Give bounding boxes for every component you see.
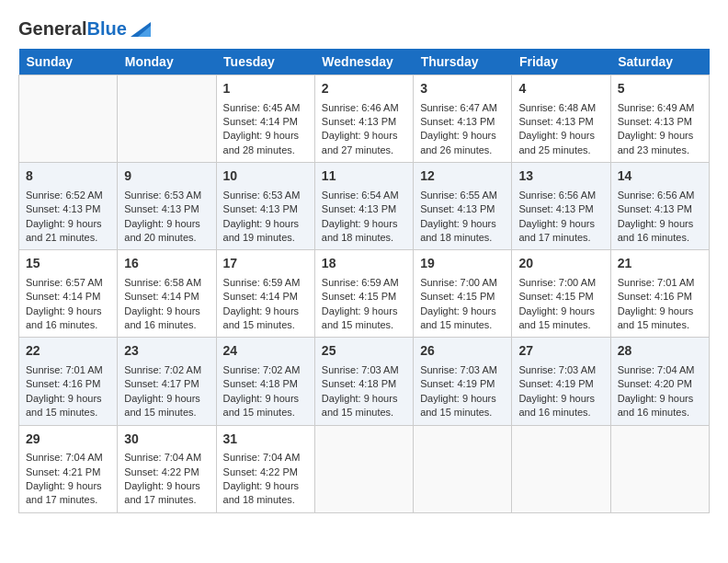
day-number: 29 — [26, 431, 110, 449]
day-number: 19 — [420, 255, 505, 273]
sunrise-text: Sunrise: 7:02 AM — [223, 364, 301, 375]
day-number: 13 — [518, 167, 603, 186]
calendar-cell: 28Sunrise: 7:04 AMSunset: 4:20 PMDayligh… — [610, 338, 709, 425]
calendar-cell: 18Sunrise: 6:59 AMSunset: 4:15 PMDayligh… — [314, 250, 413, 338]
calendar-week-4: 22Sunrise: 7:01 AMSunset: 4:16 PMDayligh… — [19, 338, 710, 425]
calendar-cell: 9Sunrise: 6:53 AMSunset: 4:13 PMDaylight… — [118, 163, 216, 250]
daylight-text: Daylight: 9 hours and 18 minutes. — [322, 218, 398, 243]
daylight-text: Daylight: 9 hours and 15 minutes. — [223, 393, 300, 418]
sunrise-text: Sunrise: 6:49 AM — [618, 102, 695, 113]
calendar-cell: 8Sunrise: 6:52 AMSunset: 4:13 PMDaylight… — [19, 163, 118, 250]
daylight-text: Daylight: 9 hours and 27 minutes. — [322, 130, 398, 155]
daylight-text: Daylight: 9 hours and 28 minutes. — [223, 130, 300, 155]
daylight-text: Daylight: 9 hours and 17 minutes. — [26, 480, 102, 505]
daylight-text: Daylight: 9 hours and 15 minutes. — [322, 393, 398, 418]
day-number: 8 — [26, 167, 110, 186]
sunrise-text: Sunrise: 7:04 AM — [124, 452, 201, 463]
calendar-cell: 17Sunrise: 6:59 AMSunset: 4:14 PMDayligh… — [216, 250, 314, 338]
calendar-cell: 14Sunrise: 6:56 AMSunset: 4:13 PMDayligh… — [610, 163, 709, 250]
sunrise-text: Sunrise: 6:52 AM — [26, 190, 103, 201]
sunrise-text: Sunrise: 6:57 AM — [26, 277, 103, 288]
sunrise-text: Sunrise: 6:48 AM — [518, 102, 596, 113]
calendar-cell: 31Sunrise: 7:04 AMSunset: 4:22 PMDayligh… — [216, 425, 314, 512]
calendar-cell: 30Sunrise: 7:04 AMSunset: 4:22 PMDayligh… — [118, 425, 216, 512]
sunset-text: Sunset: 4:16 PM — [618, 291, 692, 302]
calendar-week-2: 8Sunrise: 6:52 AMSunset: 4:13 PMDaylight… — [19, 163, 710, 250]
calendar-cell: 26Sunrise: 7:03 AMSunset: 4:19 PMDayligh… — [414, 338, 512, 425]
sunrise-text: Sunrise: 6:59 AM — [322, 277, 399, 288]
calendar-cell: 3Sunrise: 6:47 AMSunset: 4:13 PMDaylight… — [414, 75, 512, 163]
calendar-week-5: 29Sunrise: 7:04 AMSunset: 4:21 PMDayligh… — [19, 425, 710, 512]
sunset-text: Sunset: 4:14 PM — [26, 291, 100, 302]
calendar-cell: 24Sunrise: 7:02 AMSunset: 4:18 PMDayligh… — [216, 338, 314, 425]
logo: GeneralBlue — [18, 18, 151, 40]
calendar-week-3: 15Sunrise: 6:57 AMSunset: 4:14 PMDayligh… — [19, 250, 710, 338]
sunrise-text: Sunrise: 6:53 AM — [223, 190, 301, 201]
sunrise-text: Sunrise: 7:02 AM — [124, 364, 201, 375]
sunrise-text: Sunrise: 6:47 AM — [420, 102, 497, 113]
logo-bird-icon — [131, 22, 151, 37]
calendar-cell: 20Sunrise: 7:00 AMSunset: 4:15 PMDayligh… — [512, 250, 610, 338]
daylight-text: Daylight: 9 hours and 16 minutes. — [518, 393, 595, 418]
day-number: 30 — [124, 431, 209, 449]
day-number: 2 — [322, 80, 406, 98]
sunrise-text: Sunrise: 6:54 AM — [322, 190, 399, 201]
sunset-text: Sunset: 4:18 PM — [223, 378, 298, 389]
sunset-text: Sunset: 4:15 PM — [420, 291, 495, 302]
daylight-text: Daylight: 9 hours and 25 minutes. — [518, 130, 595, 155]
sunrise-text: Sunrise: 6:58 AM — [124, 277, 201, 288]
calendar-cell: 5Sunrise: 6:49 AMSunset: 4:13 PMDaylight… — [610, 75, 709, 163]
daylight-text: Daylight: 9 hours and 15 minutes. — [322, 305, 398, 330]
calendar-cell: 12Sunrise: 6:55 AMSunset: 4:13 PMDayligh… — [414, 163, 512, 250]
sunrise-text: Sunrise: 7:04 AM — [223, 452, 301, 463]
calendar-cell: 27Sunrise: 7:03 AMSunset: 4:19 PMDayligh… — [512, 338, 610, 425]
sunrise-text: Sunrise: 6:45 AM — [223, 102, 301, 113]
sunset-text: Sunset: 4:15 PM — [322, 291, 396, 302]
day-number: 12 — [420, 167, 505, 186]
sunrise-text: Sunrise: 7:01 AM — [26, 364, 103, 375]
sunset-text: Sunset: 4:22 PM — [223, 466, 298, 477]
sunrise-text: Sunrise: 7:04 AM — [26, 452, 103, 463]
day-number: 14 — [618, 167, 702, 186]
calendar-cell: 15Sunrise: 6:57 AMSunset: 4:14 PMDayligh… — [19, 250, 118, 338]
daylight-text: Daylight: 9 hours and 15 minutes. — [26, 393, 102, 418]
weekday-header-wednesday: Wednesday — [314, 49, 413, 75]
day-number: 18 — [322, 255, 406, 273]
day-number: 21 — [618, 255, 702, 273]
calendar-cell: 1Sunrise: 6:45 AMSunset: 4:14 PMDaylight… — [216, 75, 314, 163]
sunset-text: Sunset: 4:13 PM — [518, 203, 593, 214]
header: GeneralBlue — [18, 18, 710, 40]
sunset-text: Sunset: 4:16 PM — [26, 378, 100, 389]
day-number: 9 — [124, 167, 209, 186]
daylight-text: Daylight: 9 hours and 16 minutes. — [26, 305, 102, 330]
sunset-text: Sunset: 4:13 PM — [618, 203, 692, 214]
daylight-text: Daylight: 9 hours and 15 minutes. — [223, 305, 300, 330]
day-number: 10 — [223, 167, 308, 186]
sunset-text: Sunset: 4:20 PM — [618, 378, 692, 389]
day-number: 3 — [420, 80, 505, 98]
sunset-text: Sunset: 4:19 PM — [518, 378, 593, 389]
sunrise-text: Sunrise: 7:03 AM — [322, 364, 399, 375]
weekday-header-saturday: Saturday — [610, 49, 709, 75]
sunset-text: Sunset: 4:13 PM — [26, 203, 100, 214]
daylight-text: Daylight: 9 hours and 17 minutes. — [124, 480, 200, 505]
sunset-text: Sunset: 4:13 PM — [420, 203, 495, 214]
sunset-text: Sunset: 4:18 PM — [322, 378, 396, 389]
weekday-header-tuesday: Tuesday — [216, 49, 314, 75]
sunset-text: Sunset: 4:13 PM — [322, 203, 396, 214]
day-number: 22 — [26, 342, 110, 361]
sunset-text: Sunset: 4:14 PM — [124, 291, 199, 302]
calendar-cell: 29Sunrise: 7:04 AMSunset: 4:21 PMDayligh… — [19, 425, 118, 512]
calendar-cell: 21Sunrise: 7:01 AMSunset: 4:16 PMDayligh… — [610, 250, 709, 338]
sunrise-text: Sunrise: 6:56 AM — [618, 190, 695, 201]
calendar-cell: 19Sunrise: 7:00 AMSunset: 4:15 PMDayligh… — [414, 250, 512, 338]
day-number: 23 — [124, 342, 209, 361]
daylight-text: Daylight: 9 hours and 19 minutes. — [223, 218, 300, 243]
calendar-cell: 2Sunrise: 6:46 AMSunset: 4:13 PMDaylight… — [314, 75, 413, 163]
day-number: 31 — [223, 431, 308, 449]
sunset-text: Sunset: 4:14 PM — [223, 291, 298, 302]
day-number: 27 — [518, 342, 603, 361]
day-number: 25 — [322, 342, 406, 361]
daylight-text: Daylight: 9 hours and 16 minutes. — [124, 305, 200, 330]
calendar-cell — [19, 75, 118, 163]
